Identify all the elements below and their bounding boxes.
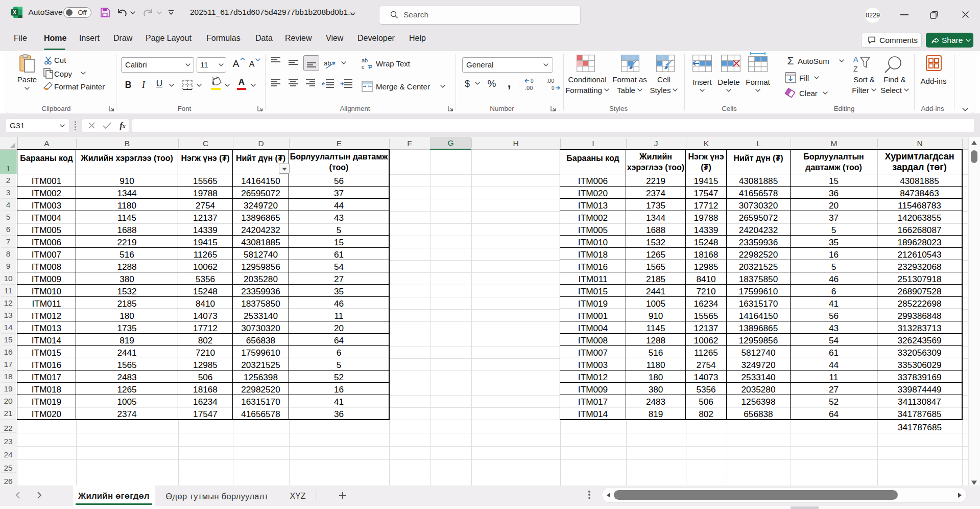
svg-text:.00: .00 — [525, 85, 533, 91]
svg-text:X: X — [13, 9, 16, 15]
svg-text:ab: ab — [362, 57, 368, 63]
svg-text:A: A — [853, 55, 858, 63]
svg-text:c: c — [362, 64, 365, 70]
svg-text:Z: Z — [853, 65, 858, 73]
svg-text:0: 0 — [531, 78, 534, 84]
